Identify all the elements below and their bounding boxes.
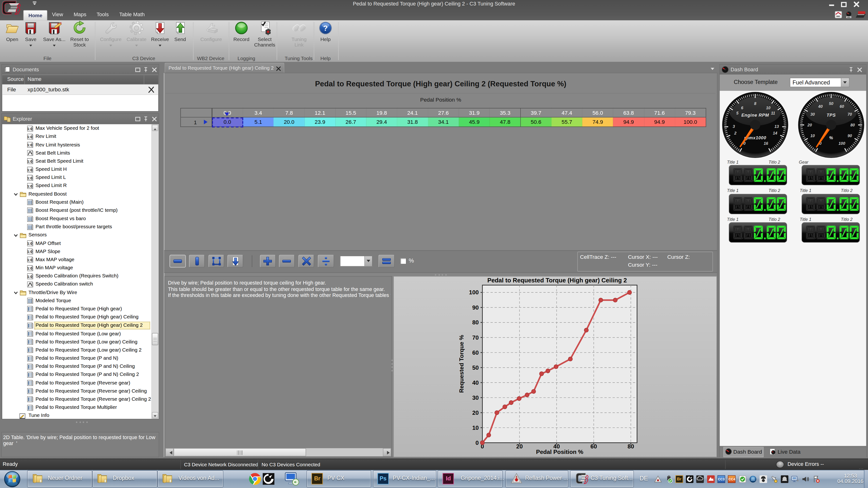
svg-text:WB2: WB2 [836, 15, 840, 17]
svg-text:100: 100 [838, 141, 845, 146]
svg-text:1:0: 1:0 [27, 135, 32, 139]
svg-text:70: 70 [847, 112, 852, 117]
svg-text:1:0: 1:0 [27, 266, 32, 270]
svg-text:30: 30 [472, 394, 478, 401]
svg-text:Requested Torque %: Requested Torque % [458, 335, 464, 393]
svg-text:50: 50 [472, 364, 478, 371]
svg-text:90: 90 [847, 133, 852, 138]
svg-text:3: 3 [733, 124, 735, 129]
svg-text:%: % [829, 135, 833, 140]
svg-text:1:0: 1:0 [27, 274, 32, 278]
svg-text:10: 10 [766, 105, 770, 110]
svg-text:10: 10 [810, 133, 815, 138]
svg-text:60: 60 [590, 444, 597, 450]
svg-text:80: 80 [472, 319, 478, 326]
svg-text:1:0: 1:0 [27, 143, 32, 147]
svg-text:100: 100 [469, 289, 478, 296]
svg-text:1:0: 1:0 [27, 176, 32, 180]
svg-text:20: 20 [807, 123, 812, 127]
svg-text:60: 60 [839, 104, 844, 108]
svg-text:10: 10 [472, 425, 478, 431]
svg-text:20: 20 [472, 410, 478, 416]
svg-text:50: 50 [829, 101, 833, 106]
svg-text:1:0: 1:0 [27, 250, 32, 254]
svg-text:80: 80 [627, 444, 634, 450]
svg-text:20: 20 [516, 444, 522, 450]
svg-text:0: 0 [475, 440, 478, 446]
svg-text:80: 80 [850, 123, 855, 127]
svg-text:6: 6 [741, 105, 743, 110]
svg-text:2: 2 [734, 131, 737, 135]
svg-text:40: 40 [472, 380, 478, 386]
svg-text:Pedal to Requested Torque (Hig: Pedal to Requested Torque (High gear) Ce… [487, 277, 627, 284]
svg-text:60: 60 [472, 350, 478, 356]
svg-text:WB2: WB2 [847, 17, 850, 18]
svg-text:30: 30 [810, 112, 815, 117]
svg-text:1:0: 1:0 [27, 127, 32, 131]
svg-text:?: ? [323, 24, 328, 32]
svg-text:1:0: 1:0 [27, 159, 32, 163]
svg-text:Engine RPM: Engine RPM [741, 112, 769, 118]
svg-text:40: 40 [818, 104, 823, 108]
svg-text:13: 13 [774, 124, 779, 129]
svg-text:1:0: 1:0 [27, 258, 32, 262]
svg-text:11: 11 [771, 111, 775, 115]
svg-text:70: 70 [472, 334, 478, 341]
svg-text:14: 14 [773, 131, 777, 135]
svg-text:1:0: 1:0 [27, 241, 32, 246]
svg-text:1:0: 1:0 [27, 168, 32, 172]
svg-text:1:0: 1:0 [27, 184, 32, 188]
svg-text:16: 16 [764, 141, 768, 146]
svg-text:8: 8 [754, 101, 756, 106]
svg-text:TPS: TPS [826, 112, 835, 118]
svg-text:5: 5 [736, 111, 738, 115]
svg-text:90: 90 [472, 304, 478, 311]
svg-text:Pedal Position %: Pedal Position % [536, 449, 583, 455]
